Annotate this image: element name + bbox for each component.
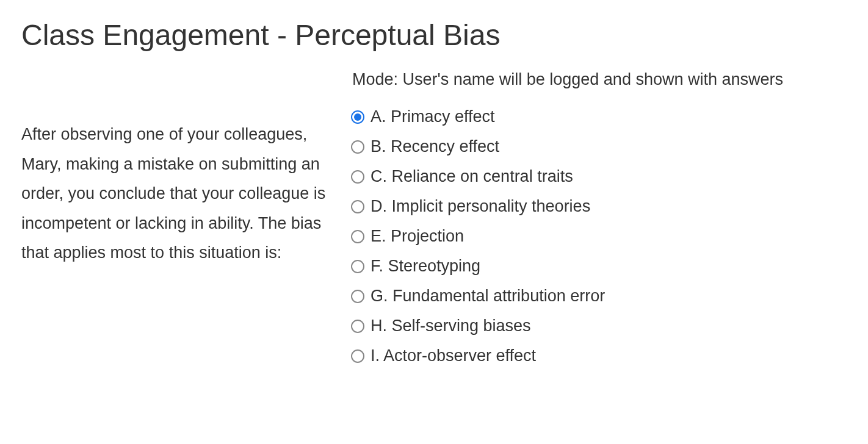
option-row[interactable]: E. Projection (351, 227, 847, 246)
option-label: I. Actor-observer effect (371, 346, 536, 365)
radio-button[interactable] (351, 320, 364, 333)
option-label: B. Recency effect (371, 137, 499, 156)
radio-button[interactable] (351, 230, 364, 243)
option-row[interactable]: B. Recency effect (351, 137, 847, 156)
radio-button[interactable] (351, 110, 364, 124)
option-row[interactable]: H. Self-serving biases (351, 317, 847, 335)
option-label: H. Self-serving biases (371, 317, 531, 335)
radio-button[interactable] (351, 140, 364, 154)
content-row: After observing one of your colleagues, … (21, 120, 847, 376)
option-label: C. Reliance on central traits (371, 167, 573, 186)
option-label: E. Projection (371, 227, 464, 246)
radio-button[interactable] (351, 290, 364, 303)
question-text: After observing one of your colleagues, … (21, 120, 351, 268)
option-label: G. Fundamental attribution error (371, 287, 605, 306)
radio-button[interactable] (351, 260, 364, 273)
page-title: Class Engagement - Perceptual Bias (21, 18, 847, 52)
radio-button[interactable] (351, 200, 364, 213)
option-label: F. Stereotyping (371, 257, 480, 276)
radio-button[interactable] (351, 170, 364, 184)
option-label: A. Primacy effect (371, 107, 495, 126)
option-row[interactable]: G. Fundamental attribution error (351, 287, 847, 306)
option-row[interactable]: D. Implicit personality theories (351, 197, 847, 216)
option-row[interactable]: C. Reliance on central traits (351, 167, 847, 186)
option-label: D. Implicit personality theories (371, 197, 590, 216)
option-row[interactable]: I. Actor-observer effect (351, 346, 847, 365)
options-list: A. Primacy effectB. Recency effectC. Rel… (351, 107, 847, 376)
radio-button[interactable] (351, 349, 364, 363)
mode-text: Mode: User's name will be logged and sho… (352, 70, 847, 89)
option-row[interactable]: A. Primacy effect (351, 107, 847, 126)
option-row[interactable]: F. Stereotyping (351, 257, 847, 276)
